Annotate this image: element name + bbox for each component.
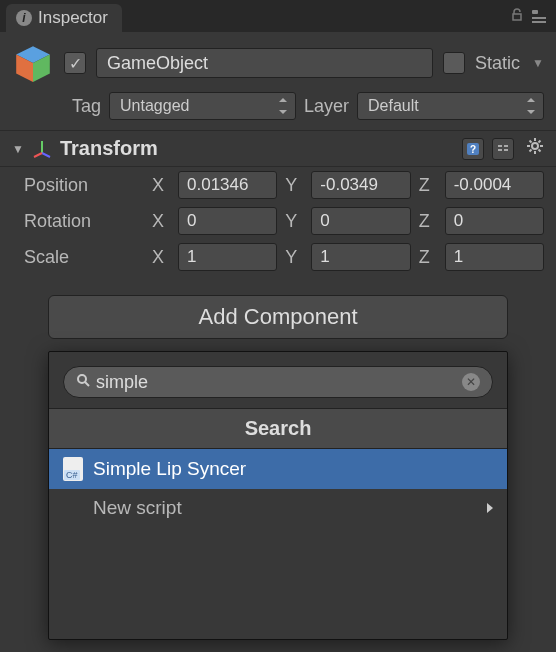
rotation-z-input[interactable] xyxy=(445,207,544,235)
position-x-input[interactable] xyxy=(178,171,277,199)
enabled-checkbox[interactable]: ✓ xyxy=(64,52,86,74)
search-results: C# Simple Lip Syncer New script xyxy=(49,449,507,639)
lock-icon[interactable] xyxy=(510,8,524,25)
static-label: Static xyxy=(475,53,520,74)
svg-line-4 xyxy=(42,153,50,157)
component-search-popup: ✕ Search C# Simple Lip Syncer New script xyxy=(48,351,508,640)
gameobject-name-input[interactable] xyxy=(96,48,433,78)
svg-line-17 xyxy=(530,141,532,143)
inspector-tab[interactable]: i Inspector xyxy=(6,4,122,32)
position-y-input[interactable] xyxy=(311,171,410,199)
tab-bar: i Inspector xyxy=(0,0,556,32)
tag-value: Untagged xyxy=(120,97,189,115)
svg-line-20 xyxy=(539,141,541,143)
axis-x-label: X xyxy=(152,175,170,196)
svg-rect-10 xyxy=(498,149,502,151)
result-label: Simple Lip Syncer xyxy=(93,458,246,480)
result-simple-lip-syncer[interactable]: C# Simple Lip Syncer xyxy=(49,449,507,489)
position-row: Position X Y Z xyxy=(0,167,556,203)
popup-title: Search xyxy=(49,408,507,449)
static-dropdown-arrow[interactable]: ▼ xyxy=(532,56,544,70)
svg-line-22 xyxy=(85,382,89,386)
axis-z-label: Z xyxy=(419,175,437,196)
preset-button[interactable] xyxy=(492,138,514,160)
tag-dropdown[interactable]: Untagged xyxy=(109,92,296,120)
search-icon xyxy=(76,373,90,391)
result-label: New script xyxy=(93,497,182,519)
gear-icon[interactable] xyxy=(526,137,544,160)
scale-z-input[interactable] xyxy=(445,243,544,271)
axis-y-label: Y xyxy=(285,175,303,196)
gameobject-header: ✓ Static ▼ xyxy=(0,32,556,88)
tag-layer-row: Tag Untagged Layer Default xyxy=(0,88,556,131)
panel-menu-icon[interactable] xyxy=(532,10,546,23)
svg-line-18 xyxy=(539,150,541,152)
svg-text:?: ? xyxy=(470,144,476,155)
position-label: Position xyxy=(24,175,144,196)
add-component-button[interactable]: Add Component xyxy=(48,295,508,339)
rotation-y-input[interactable] xyxy=(311,207,410,235)
layer-dropdown[interactable]: Default xyxy=(357,92,544,120)
svg-rect-11 xyxy=(504,149,508,151)
transform-icon xyxy=(32,139,52,159)
gameobject-icon[interactable] xyxy=(12,42,54,84)
scale-y-input[interactable] xyxy=(311,243,410,271)
svg-rect-8 xyxy=(498,145,502,147)
result-new-script[interactable]: New script xyxy=(49,489,507,527)
info-icon: i xyxy=(16,10,32,26)
rotation-x-input[interactable] xyxy=(178,207,277,235)
rotation-label: Rotation xyxy=(24,211,144,232)
search-input[interactable] xyxy=(96,372,462,393)
add-component-section: Add Component xyxy=(0,275,556,339)
static-checkbox[interactable] xyxy=(443,52,465,74)
scale-label: Scale xyxy=(24,247,144,268)
transform-header: ▼ Transform ? xyxy=(0,131,556,167)
position-z-input[interactable] xyxy=(445,171,544,199)
scale-x-input[interactable] xyxy=(178,243,277,271)
chevron-right-icon xyxy=(487,499,493,517)
csharp-script-icon: C# xyxy=(63,457,83,481)
foldout-arrow-icon[interactable]: ▼ xyxy=(12,142,24,156)
tag-label: Tag xyxy=(72,96,101,117)
clear-search-icon[interactable]: ✕ xyxy=(462,373,480,391)
svg-point-12 xyxy=(532,143,538,149)
svg-point-21 xyxy=(78,375,86,383)
help-button[interactable]: ? xyxy=(462,138,484,160)
tab-label: Inspector xyxy=(38,8,108,28)
svg-line-5 xyxy=(34,153,42,157)
layer-value: Default xyxy=(368,97,419,115)
transform-component: ▼ Transform ? Position X Y Z Rotation X … xyxy=(0,131,556,275)
transform-title: Transform xyxy=(60,137,454,160)
scale-row: Scale X Y Z xyxy=(0,239,556,275)
rotation-row: Rotation X Y Z xyxy=(0,203,556,239)
check-icon: ✓ xyxy=(69,54,82,73)
layer-label: Layer xyxy=(304,96,349,117)
svg-rect-9 xyxy=(504,145,508,147)
svg-line-19 xyxy=(530,150,532,152)
search-box[interactable]: ✕ xyxy=(63,366,493,398)
